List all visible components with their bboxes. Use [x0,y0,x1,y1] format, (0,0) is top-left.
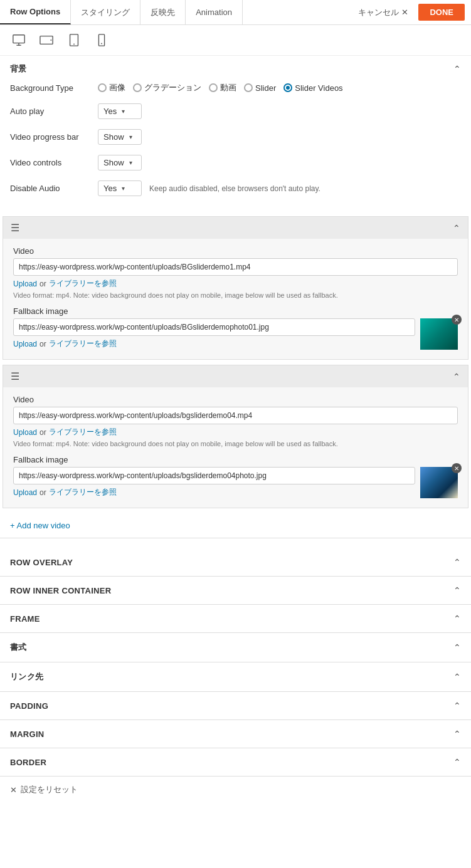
auto-play-row: Auto play Yes ▾ [10,103,461,119]
video-1-upload-link[interactable]: Upload [13,280,37,288]
collapse-section-7-icon: ⌃ [453,757,461,767]
auto-play-select[interactable]: Yes ▾ [98,103,142,119]
fallback-2-url-input[interactable] [13,467,415,484]
fallback-2-library-link[interactable]: ライブラリーを参照 [49,487,117,498]
video-progress-bar-label: Video progress bar [10,132,98,142]
cancel-button[interactable]: キャンセル ✕ [353,4,413,21]
spacer [0,538,471,548]
fallback-2-upload-link[interactable]: Upload [13,488,37,497]
collapse-section-5-icon: ⌃ [453,701,461,711]
radio-image[interactable]: 画像 [98,82,125,93]
video-progress-bar-select[interactable]: Show ▾ [98,129,142,145]
header: Row Options スタイリング 反映先 Animation キャンセル ✕… [0,0,471,25]
background-section-header[interactable]: 背景 ⌃ [0,56,471,82]
section-frame: FRAME ⌃ [0,605,471,633]
collapse-card-1-icon: ⌃ [453,223,460,233]
section-リンク先: リンク先 ⌃ [0,662,471,692]
fallback-1-upload-row: Upload or ライブラリーを参照 [13,338,415,349]
mobile-icon[interactable] [93,31,110,49]
collapsible-header-4[interactable]: リンク先 ⌃ [0,662,471,691]
radio-image-circle [98,83,107,92]
disable-audio-field: Yes ▾ Keep audio disabled, else browsers… [98,180,461,196]
collapsible-header-0[interactable]: ROW OVERLAY ⌃ [0,548,471,576]
section-padding: PADDING ⌃ [0,692,471,720]
fallback-2-thumb-img [420,467,458,498]
radio-video-circle [209,83,218,92]
video-2-upload-link[interactable]: Upload [13,428,37,437]
collapsible-header-2[interactable]: FRAME ⌃ [0,605,471,632]
collapse-section-2-icon: ⌃ [453,614,461,624]
svg-point-6 [73,44,75,45]
collapsible-header-3[interactable]: 書式 ⌃ [0,633,471,662]
drag-handle-1[interactable]: ☰ [11,222,19,234]
reset-row[interactable]: ✕ 設定をリセット [0,776,471,803]
video-controls-label: Video controls [10,158,98,167]
fallback-2-label: Fallback image [13,455,458,464]
collapse-section-0-icon: ⌃ [453,557,461,567]
background-type-row: Background Type 画像 グラデーション 動画 Slider [10,82,461,93]
collapsible-title-6: MARGIN [10,729,45,739]
svg-point-4 [50,39,51,41]
radio-gradient[interactable]: グラデーション [133,82,201,93]
fallback-1-url-input[interactable] [13,318,415,336]
tablet-portrait-icon[interactable] [65,31,83,49]
section-border: BORDER ⌃ [0,748,471,776]
video-cards-area: ☰ ⌃ Video Upload or ライブラリーを参照 Video form… [0,216,471,508]
fallback-1-library-link[interactable]: ライブラリーを参照 [49,338,117,349]
tab-styling[interactable]: スタイリング [71,0,140,24]
video-2-upload-row: Upload or ライブラリーを参照 [13,427,458,437]
fallback-2-thumb: ✕ [420,467,458,498]
video-1-url-input[interactable] [13,258,458,276]
tab-haneiaki[interactable]: 反映先 [140,0,186,24]
tab-row-options[interactable]: Row Options [0,0,71,24]
fallback-1-input-area: Upload or ライブラリーを参照 [13,318,415,352]
reset-label: 設定をリセット [21,784,78,795]
video-controls-field: Show ▾ [98,155,461,170]
fallback-2-remove-btn[interactable]: ✕ [452,463,462,473]
collapsible-title-3: 書式 [10,642,27,653]
done-button[interactable]: DONE [418,4,465,21]
collapsible-header-6[interactable]: MARGIN ⌃ [0,720,471,748]
video-2-library-link[interactable]: ライブラリーを参照 [49,427,117,437]
video-controls-select[interactable]: Show ▾ [98,155,142,170]
collapsible-title-4: リンク先 [10,671,43,682]
video-controls-chevron: ▾ [129,159,132,166]
video-1-label: Video [13,246,458,256]
disable-audio-chevron: ▾ [122,185,125,192]
auto-play-label: Auto play [10,107,98,116]
auto-play-field: Yes ▾ [98,103,461,119]
collapsible-header-7[interactable]: BORDER ⌃ [0,748,471,776]
add-video-button[interactable]: + Add new video [0,513,471,538]
video-card-1-header[interactable]: ☰ ⌃ [3,217,468,239]
video-card-2-header[interactable]: ☰ ⌃ [3,365,468,387]
radio-video[interactable]: 動画 [209,82,236,93]
collapsible-title-1: ROW INNER CONTAINER [10,586,111,595]
video-2-url-input[interactable] [13,407,458,424]
tablet-landscape-icon[interactable] [38,31,55,49]
radio-slider[interactable]: Slider [244,83,276,93]
fallback-2-row: Upload or ライブラリーを参照 ✕ [13,467,458,500]
collapsible-header-5[interactable]: PADDING ⌃ [0,692,471,719]
fallback-1-upload-link[interactable]: Upload [13,340,37,348]
svg-point-8 [101,43,102,44]
device-selector [0,25,471,56]
drag-handle-2[interactable]: ☰ [11,370,19,382]
header-actions: キャンセル ✕ DONE [353,4,471,21]
video-1-library-link[interactable]: ライブラリーを参照 [49,278,117,289]
video-progress-bar-field: Show ▾ [98,129,461,145]
disable-audio-row: Disable Audio Yes ▾ Keep audio disabled,… [10,180,461,196]
fallback-1-or: or [40,340,46,348]
collapsible-header-1[interactable]: ROW INNER CONTAINER ⌃ [0,577,471,604]
fallback-1-remove-btn[interactable]: ✕ [452,315,462,325]
background-type-label: Background Type [10,83,98,93]
collapsible-title-0: ROW OVERLAY [10,558,73,567]
section-row-overlay: ROW OVERLAY ⌃ [0,548,471,577]
radio-gradient-circle [133,83,142,92]
radio-slider-videos[interactable]: Slider Videos [283,83,342,93]
disable-audio-select[interactable]: Yes ▾ [98,180,142,196]
desktop-icon[interactable] [10,31,28,49]
tab-animation[interactable]: Animation [186,0,243,24]
background-title: 背景 [10,63,26,75]
disable-audio-label: Disable Audio [10,184,98,193]
collapse-section-1-icon: ⌃ [453,585,461,595]
